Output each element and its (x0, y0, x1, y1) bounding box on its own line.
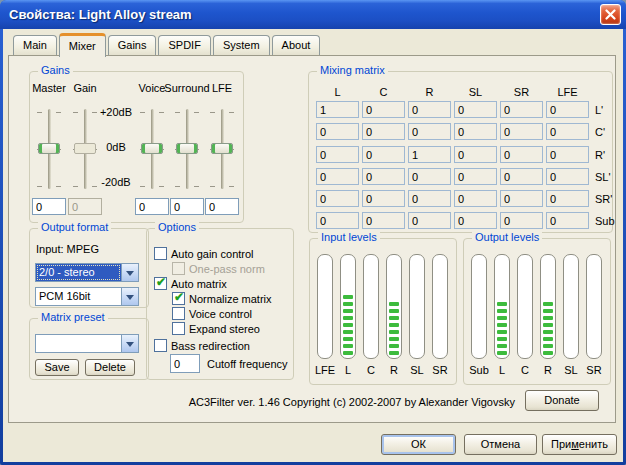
output-levels-group: Output levels SubLCRSLSR (463, 238, 611, 385)
matrix-cell-c-sr[interactable] (500, 123, 543, 140)
level-segment (343, 323, 353, 327)
checkbox-normalize-matrix[interactable]: ✔ (172, 292, 185, 305)
matrix-cell-sub-sl[interactable] (454, 212, 497, 229)
level-segment (343, 302, 353, 306)
matrix-cell-sub-sr[interactable] (500, 212, 543, 229)
matrix-cell-c-lfe[interactable] (546, 123, 589, 140)
gain-value-lfe[interactable] (205, 198, 239, 215)
checkbox-auto-matrix[interactable]: ✔ (154, 277, 167, 290)
chevron-down-icon (126, 295, 134, 304)
matrix-cell-sl-r[interactable] (408, 168, 451, 185)
matrix-cell-r-lfe[interactable] (546, 146, 589, 163)
gain-value-master[interactable] (32, 198, 66, 215)
tab-about[interactable]: About (272, 35, 321, 55)
checkbox-label-expand-stereo: Expand stereo (189, 323, 260, 336)
matrix-cell-l-c[interactable] (362, 101, 405, 118)
ok-button[interactable]: ОК (381, 434, 456, 455)
level-bar-r (540, 254, 556, 359)
level-segment (389, 309, 399, 313)
matrix-preset-combo[interactable] (35, 334, 139, 353)
level-segment (543, 316, 553, 320)
dialog-content: MainMixerGainsSPDIFSystemAbout Gains Mas… (3, 29, 623, 462)
matrix-cell-l-sr[interactable] (500, 101, 543, 118)
matrix-cell-c-l[interactable] (316, 123, 359, 140)
checkbox-label-auto-gain-control: Auto gain control (171, 248, 254, 261)
sample-format-combo[interactable]: PCM 16bit (35, 287, 139, 306)
tab-mixer[interactable]: Mixer (59, 33, 106, 57)
matrix-cell-sl-l[interactable] (316, 168, 359, 185)
output-levels-caption: Output levels (472, 231, 542, 244)
matrix-preset-dropdown-button[interactable] (121, 335, 138, 352)
save-button[interactable]: Save (35, 359, 79, 376)
checkbox-bass-redirection[interactable] (154, 339, 167, 352)
tab-main[interactable]: Main (13, 35, 57, 55)
level-segment (343, 295, 353, 299)
matrix-cell-l-r[interactable] (408, 101, 451, 118)
slider-thumb-surround[interactable] (176, 143, 198, 154)
level-segment (497, 351, 507, 355)
matrix-row-label-sub: Sub (595, 215, 615, 228)
matrix-cell-r-l[interactable] (316, 146, 359, 163)
mixing-matrix-group: Mixing matrix LCRSLSRLFEL'C'R'SL'SR'Sub (308, 71, 613, 233)
checkbox-auto-gain-control[interactable] (154, 247, 167, 260)
slider-thumb-lfe[interactable] (211, 143, 233, 154)
matrix-cell-sl-c[interactable] (362, 168, 405, 185)
matrix-cell-l-l[interactable] (316, 101, 359, 118)
level-segment (389, 302, 399, 306)
matrix-cell-sl-sl[interactable] (454, 168, 497, 185)
matrix-cell-sr-lfe[interactable] (546, 190, 589, 207)
matrix-cell-sr-c[interactable] (362, 190, 405, 207)
matrix-cell-c-r[interactable] (408, 123, 451, 140)
matrix-cell-c-c[interactable] (362, 123, 405, 140)
slider-tick (37, 186, 42, 187)
matrix-cell-r-c[interactable] (362, 146, 405, 163)
sample-format-dropdown-button[interactable] (121, 288, 138, 305)
matrix-cell-c-sl[interactable] (454, 123, 497, 140)
cutoff-frequency-input[interactable] (170, 354, 200, 373)
matrix-cell-sub-r[interactable] (408, 212, 451, 229)
matrix-cell-sr-r[interactable] (408, 190, 451, 207)
apply-label-suffix: енить (579, 438, 608, 450)
delete-button[interactable]: Delete (85, 359, 135, 376)
matrix-cell-sr-sr[interactable] (500, 190, 543, 207)
apply-button[interactable]: Применить (542, 434, 617, 455)
donate-button[interactable]: Donate (525, 390, 599, 411)
cancel-button[interactable]: Отмена (464, 434, 537, 455)
matrix-cell-r-sr[interactable] (500, 146, 543, 163)
matrix-cell-sub-c[interactable] (362, 212, 405, 229)
matrix-cell-r-sl[interactable] (454, 146, 497, 163)
slider-thumb-master[interactable] (38, 143, 60, 154)
tab-gains[interactable]: Gains (108, 35, 157, 55)
titlebar[interactable]: Свойства: Light Alloy stream (0, 0, 626, 29)
tab-system[interactable]: System (213, 35, 270, 55)
matrix-cell-sr-sl[interactable] (454, 190, 497, 207)
matrix-col-header-c: C (362, 86, 405, 99)
slider-thumb-voice[interactable] (141, 143, 163, 154)
matrix-cell-l-sl[interactable] (454, 101, 497, 118)
slider-tick (229, 112, 234, 113)
matrix-cell-sl-lfe[interactable] (546, 168, 589, 185)
matrix-preset-group: Matrix preset Save Delete (29, 318, 149, 380)
dialog-window: Свойства: Light Alloy stream MainMixerGa… (0, 0, 626, 465)
level-segment (389, 351, 399, 355)
matrix-cell-sub-l[interactable] (316, 212, 359, 229)
level-segment (343, 316, 353, 320)
copyright-text: AC3Filter ver. 1.46 Copyright (c) 2002-2… (189, 396, 515, 408)
apply-label-accesskey: м (571, 438, 579, 450)
matrix-cell-sr-l[interactable] (316, 190, 359, 207)
matrix-cell-sl-sr[interactable] (500, 168, 543, 185)
close-button[interactable] (600, 4, 621, 25)
matrix-cell-sub-lfe[interactable] (546, 212, 589, 229)
checkbox-expand-stereo[interactable] (172, 322, 185, 335)
gain-value-surround[interactable] (170, 198, 204, 215)
level-segment (343, 337, 353, 341)
checkmark-icon: ✔ (174, 291, 184, 304)
checkbox-one-pass-norm (172, 262, 185, 275)
speaker-config-dropdown-button[interactable] (121, 264, 138, 281)
tab-spdif[interactable]: SPDIF (158, 35, 210, 55)
gain-value-voice[interactable] (135, 198, 169, 215)
matrix-cell-r-r[interactable] (408, 146, 451, 163)
checkbox-voice-control[interactable] (172, 307, 185, 320)
speaker-config-combo[interactable]: 2/0 - stereo (35, 263, 139, 282)
matrix-cell-l-lfe[interactable] (546, 101, 589, 118)
